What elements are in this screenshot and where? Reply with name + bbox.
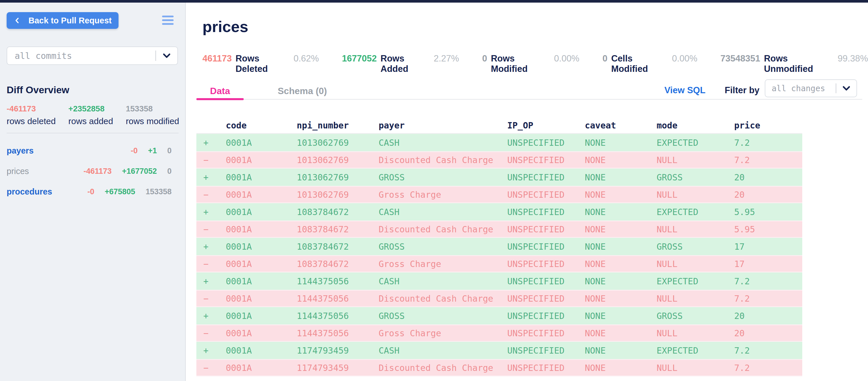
summary-stat: 0Cells Modified0.00% [602,53,697,74]
summary-stat-percent: 99.38% [838,53,868,64]
table-cell: 20 [734,328,802,338]
table-cell: NONE [585,138,657,148]
table-cell: CASH [379,276,507,286]
table-cell: 1083784672 [297,224,379,234]
row-added-sign: + [196,311,226,321]
table-cell: NONE [585,294,657,304]
table-cell: GROSS [379,311,507,321]
summary-stat-label: Rows Added [381,53,430,74]
diff-overview-title: Diff Overview [7,84,69,95]
column-header-caveat: caveat [585,120,657,130]
table-cell: 1144375056 [297,276,379,286]
sidebar-item-prices[interactable]: prices-461173+16770520 [7,164,172,178]
table-cell: 1083784672 [297,242,379,252]
table-row: −0001A1144375056Gross ChargeUNSPECIFIEDN… [196,324,802,342]
sidebar-table-stats: -461173+16770520 [83,167,172,176]
commit-select[interactable]: all commits [7,47,178,65]
table-cell: NONE [585,276,657,286]
sidebar-item-payers[interactable]: payers-0+10 [7,143,172,158]
table-cell: NONE [585,311,657,321]
table-cell: 7.2 [734,294,802,304]
tab-schema[interactable]: Schema (0) [266,82,339,100]
sidebar-stat-value: 153358 [126,104,179,113]
table-row: +0001A1144375056CASHUNSPECIFIEDNONEEXPEC… [196,272,802,290]
table-cell: 0001A [226,346,297,356]
tab-baseline [196,99,862,99]
summary-stat-label: Rows Deleted [236,53,290,74]
table-cell: 1013062769 [297,138,379,148]
table-cell: 1144375056 [297,328,379,338]
table-cell: UNSPECIFIED [507,328,585,338]
column-header-mode: mode [657,120,734,130]
tab-data[interactable]: Data [196,82,244,100]
table-cell: 1174793459 [297,346,379,356]
table-cell: EXPECTED [657,276,734,286]
table-cell: NONE [585,346,657,356]
diff-table: codenpi_numberpayerIP_OPcaveatmodeprice … [196,117,802,376]
row-removed-sign: − [196,363,226,373]
top-accent-bar [0,0,868,3]
sidebar-table-name[interactable]: payers [7,146,131,155]
sidebar-item-procedures[interactable]: procedures-0+675805153358 [7,184,172,199]
filter-select[interactable]: all changes [765,79,857,97]
table-cell: 1083784672 [297,207,379,217]
sidebar-diff-stats: -461173rows deleted+2352858rows added153… [7,104,179,126]
table-cell: 1144375056 [297,311,379,321]
sidebar-stat-value: +2352858 [68,104,113,113]
row-removed-sign: − [196,328,226,338]
table-cell: 7.2 [734,138,802,148]
chevron-down-icon [836,83,857,93]
table-cell: UNSPECIFIED [507,242,585,252]
table-cell: UNSPECIFIED [507,224,585,234]
row-removed-sign: − [196,259,226,269]
sidebar-table-stats: -0+10 [131,146,172,155]
table-cell: UNSPECIFIED [507,294,585,304]
sidebar-divider [7,133,179,134]
table-cell: 7.2 [734,276,802,286]
table-cell: EXPECTED [657,346,734,356]
table-cell: 1083784672 [297,259,379,269]
row-added-sign: + [196,276,226,286]
table-cell: NONE [585,224,657,234]
sidebar-stat-value: -461173 [7,104,56,113]
table-cell: NULL [657,363,734,373]
summary-stat: 73548351Rows Unmodified99.38% [720,53,868,74]
column-header-payer: payer [379,120,507,130]
table-cell: NONE [585,207,657,217]
table-cell: 0001A [226,224,297,234]
sidebar-stat-label: rows modified [126,116,179,126]
sidebar-table-name[interactable]: prices [7,167,83,176]
table-cell: CASH [379,207,507,217]
table-cell: 0001A [226,189,297,200]
view-sql-link[interactable]: View SQL [664,85,705,95]
table-cell: 20 [734,172,802,182]
filter-by-label: Filter by [725,85,760,95]
table-cell: NONE [585,172,657,182]
table-cell: UNSPECIFIED [507,346,585,356]
sidebar-table-list: payers-0+10prices-461173+16770520procedu… [7,143,172,205]
diff-summary: 461173Rows Deleted0.62%1677052Rows Added… [203,53,868,74]
chevron-left-icon [13,17,21,24]
sidebar-table-name[interactable]: procedures [7,187,87,197]
table-row: +0001A1083784672CASHUNSPECIFIEDNONEEXPEC… [196,203,802,221]
diff-table-body: +0001A1013062769CASHUNSPECIFIEDNONEEXPEC… [196,134,802,376]
table-cell: UNSPECIFIED [507,155,585,165]
summary-stat-percent: 0.00% [554,53,579,64]
back-button-label: Back to Pull Request [29,16,112,25]
table-cell: 0001A [226,155,297,165]
table-cell: 7.2 [734,363,802,373]
table-row: −0001A1013062769Gross ChargeUNSPECIFIEDN… [196,186,802,203]
row-removed-sign: − [196,294,226,304]
table-cell: Gross Charge [379,189,507,200]
rows-modified-count: 153358 [146,187,172,196]
table-cell: UNSPECIFIED [507,276,585,286]
table-cell: GROSS [657,242,734,252]
hamburger-menu-icon[interactable] [162,16,174,25]
table-row: +0001A1174793459CASHUNSPECIFIEDNONEEXPEC… [196,342,802,359]
table-cell: Discounted Cash Charge [379,155,507,165]
back-to-pull-request-button[interactable]: Back to Pull Request [7,12,119,29]
row-removed-sign: − [196,189,226,200]
table-cell: Discounted Cash Charge [379,363,507,373]
table-cell: NULL [657,294,734,304]
table-cell: Gross Charge [379,259,507,269]
